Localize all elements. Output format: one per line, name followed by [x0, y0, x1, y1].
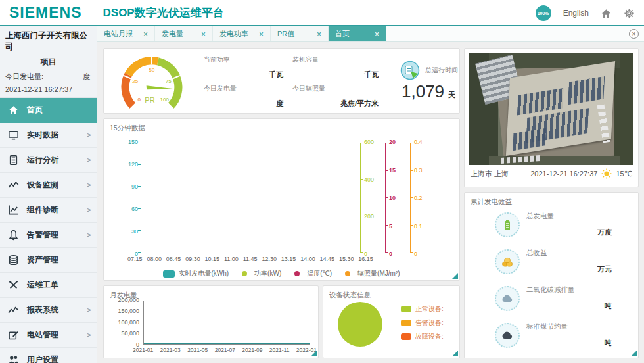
sidebar-item-station-management[interactable]: 电站管理 > [0, 323, 97, 348]
legend-swatch [163, 270, 175, 278]
sidebar-item-device-monitoring[interactable]: 设备监测 > [0, 173, 97, 198]
resize-handle[interactable] [631, 351, 637, 356]
close-tab-icon[interactable]: × [143, 30, 148, 39]
axis-tick-label: 5 [389, 223, 403, 230]
legend-label: 实时发电量(kWh) [178, 269, 229, 278]
tab-generation-power[interactable]: 发电功率 × [213, 26, 271, 41]
database-icon [8, 254, 19, 266]
sidebar-item-label: 运行分析 [27, 155, 87, 166]
axis-ticks [411, 143, 413, 253]
legend-item-irradiation[interactable]: 辐照量(MJ/m²) [341, 269, 400, 278]
axis-tick-label: 120 [116, 161, 138, 168]
legend-item-temperature[interactable]: 温度(℃) [290, 269, 332, 278]
sidebar-item-asset-management[interactable]: 资产管理 [0, 248, 97, 273]
sidebar-item-label: 用户设置 [27, 354, 91, 363]
sidebar-item-user-settings[interactable]: 用户设置 [0, 348, 97, 363]
legend-swatch [401, 320, 411, 326]
device-status-pie [338, 302, 382, 347]
overview-stats: 当前功率 千瓦 装机容量 千瓦 今日发电量 度 今日辐照量 [204, 52, 388, 110]
home-icon[interactable] [601, 8, 612, 19]
device-status-panel: 设备状态信息 正常设备: 告警设备: 故障设备: [323, 285, 460, 358]
nav-menu: 首页 实时数据 > 运行分析 > 设备监测 > [0, 97, 97, 363]
battery-icon [495, 212, 520, 237]
tab-station-monthly-report[interactable]: 电站月报 × [97, 26, 155, 41]
x-tick-label: 08:00 [147, 256, 162, 262]
axis-tick-label: 90 [116, 183, 138, 190]
sidebar-item-operation-analysis[interactable]: 运行分析 > [0, 148, 97, 173]
gauge-tick-label: 100 [160, 97, 169, 103]
axis-tick-label: 150 [116, 139, 138, 145]
legend-label: 故障设备: [415, 332, 444, 341]
sidebar-item-report-system[interactable]: 报表系统 > [0, 298, 97, 323]
gauge-title: PR [145, 96, 154, 104]
resize-handle[interactable] [452, 351, 458, 356]
axis-tick-label: 600 [364, 139, 381, 145]
gear-icon[interactable] [624, 8, 635, 19]
x-tick-label: 11:45 [243, 256, 258, 262]
axis-tick-label: 0.3 [414, 167, 430, 174]
legend-item-energy[interactable]: 实时发电量(kWh) [163, 269, 229, 278]
benefit-label: 标准煤节约量 [526, 322, 626, 331]
axis-ticks [361, 143, 363, 253]
tab-home[interactable]: 首页 × [329, 26, 386, 41]
resize-handle[interactable] [452, 273, 458, 279]
legend-item-power[interactable]: 功率(kW) [238, 269, 281, 278]
sidebar-item-module-diagnosis[interactable]: 组件诊断 > [0, 198, 97, 223]
pr-gauge: 0 25 50 75 100 PR [106, 49, 197, 112]
chart-legend: 实时发电量(kWh) 功率(kW) 温度(℃) 辐照量(MJ/m²) [104, 269, 459, 278]
zoom-level-badge[interactable]: 100% [536, 5, 551, 21]
x-tick-label: 08:45 [166, 256, 181, 262]
axis-tick-label: 20 [389, 139, 403, 145]
sidebar-item-realtime-data[interactable]: 实时数据 > [0, 123, 97, 148]
y-axis-labels: 200,000 150,000 100,000 50,000 0 [105, 297, 139, 348]
language-switch[interactable]: English [563, 9, 589, 18]
x-axis-line [143, 344, 310, 345]
close-tab-icon[interactable]: × [317, 30, 321, 39]
legend-item-fault-devices[interactable]: 故障设备: [401, 332, 444, 341]
x-tick-label: 09:30 [185, 256, 200, 262]
pie-legend: 正常设备: 告警设备: 故障设备: [401, 304, 444, 341]
resize-handle[interactable] [311, 351, 317, 356]
sidebar-item-label: 报表系统 [27, 304, 87, 316]
x-axis-line [141, 253, 360, 253]
legend-item-alarm-devices[interactable]: 告警设备: [401, 318, 444, 327]
tab-pr-value[interactable]: PR值 × [271, 26, 329, 41]
benefit-label: 二氧化碳减排量 [526, 285, 626, 295]
chevron-right-icon: > [87, 156, 91, 164]
sidebar-item-maintenance-orders[interactable]: 运维工单 [0, 273, 97, 298]
panel-title: 累计发电效益 [471, 197, 512, 206]
close-tab-icon[interactable]: × [259, 30, 264, 39]
tab-label: 发电功率 [219, 29, 248, 39]
benefit-label: 总收益 [526, 249, 626, 258]
irradiation-axis-labels: 0.4 0.3 0.2 0.1 0 [414, 139, 430, 257]
legend-label: 温度(℃) [307, 269, 332, 278]
stat-today-irradiation: 今日辐照量 兆焦/平方米 [292, 81, 388, 110]
x-tick-label: 2021-07 [215, 347, 235, 353]
monitor-icon [8, 130, 19, 141]
axis-tick-label: 60 [116, 206, 138, 212]
site-photo-panel: 上海市 上海 2021-12-21 16:27:37 15℃ [464, 48, 639, 187]
close-tab-icon[interactable]: × [375, 30, 379, 39]
minute-data-chart-panel: 15分钟数据 150 120 90 60 30 0 [103, 118, 460, 281]
axis-tick-label: 10 [389, 195, 403, 201]
close-tab-icon[interactable]: × [201, 30, 206, 39]
axis-tick-label: 15 [389, 167, 403, 174]
x-tick-label: 10:15 [205, 256, 220, 262]
sidebar-item-home[interactable]: 首页 [0, 98, 97, 123]
x-tick-label: 2021-09 [242, 347, 262, 353]
sidebar-item-label: 实时数据 [27, 130, 87, 141]
tab-generation[interactable]: 发电量 × [155, 26, 213, 41]
chart-title: 15分钟数据 [110, 124, 145, 133]
close-all-tabs-icon[interactable]: × [629, 29, 639, 39]
legend-item-normal-devices[interactable]: 正常设备: [401, 304, 444, 314]
cumulative-benefit-panel: 累计发电效益 总发电量 万度 [464, 192, 639, 358]
stat-unit: 度 [276, 99, 283, 109]
sidebar-item-alarm-management[interactable]: 告警管理 > [0, 223, 97, 248]
x-tick-label: 2021-05 [187, 347, 208, 353]
benefit-total-income: 总收益 万元 [495, 247, 626, 283]
legend-swatch [290, 270, 304, 278]
gauge-tick-label: 50 [149, 67, 155, 73]
sun-icon [601, 168, 612, 179]
coal-cloud-icon [495, 323, 520, 348]
today-energy: 今日发电量: 度 [0, 69, 97, 83]
